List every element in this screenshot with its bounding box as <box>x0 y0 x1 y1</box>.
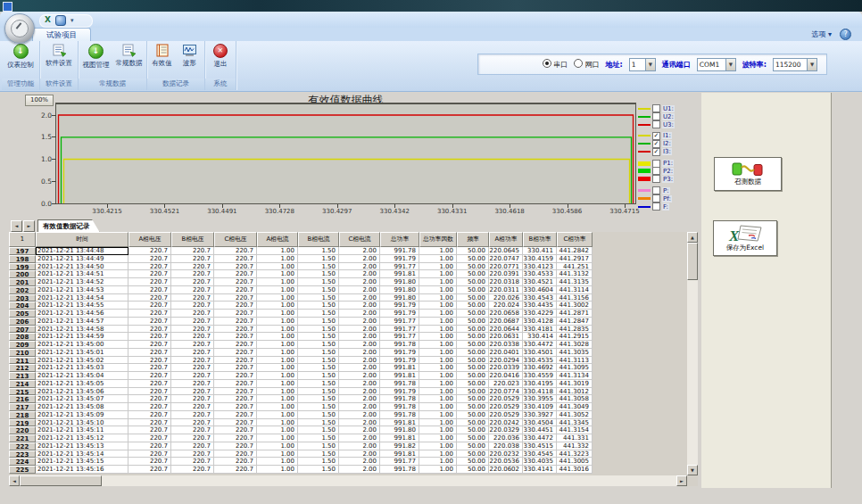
grid-cell[interactable]: 2021-12-21 13:44:52 <box>36 278 128 286</box>
grid-cell[interactable]: 220.7 <box>128 426 171 434</box>
grid-cell[interactable]: 50.00 <box>457 349 489 357</box>
grid-cell[interactable]: 220.7 <box>171 326 214 334</box>
grid-cell[interactable]: 220.7 <box>128 286 171 294</box>
grid-cell[interactable]: 330.4435 <box>523 302 557 310</box>
grid-cell[interactable]: 2021-12-21 13:45:16 <box>36 466 128 474</box>
grid-cell[interactable]: 220.7 <box>171 419 214 427</box>
row-number[interactable]: 198 <box>9 255 36 263</box>
grid-cell[interactable]: 441.3135 <box>557 278 593 286</box>
grid-cell[interactable]: 220.038 <box>489 442 523 450</box>
grid-cell[interactable]: 220.7 <box>214 442 257 450</box>
grid-cell[interactable]: 50.00 <box>457 364 489 372</box>
grid-cell[interactable]: 220.7 <box>171 286 214 294</box>
grid-cell[interactable]: 1.00 <box>419 466 457 474</box>
grid-cell[interactable]: 220.7 <box>128 380 171 388</box>
grid-cell[interactable]: 991.79 <box>380 302 419 310</box>
grid-cell[interactable]: 1.00 <box>419 372 457 380</box>
grid-cell[interactable]: 220.0232 <box>489 450 523 459</box>
baud-select[interactable]: 115200▼ <box>773 58 817 71</box>
grid-cell[interactable]: 991.78 <box>380 341 419 349</box>
grid-cell[interactable]: 991.79 <box>380 310 419 318</box>
grid-cell[interactable]: 441.3095 <box>557 364 593 372</box>
vertical-scroll-thumb[interactable] <box>687 243 698 280</box>
grid-cell[interactable]: 1.00 <box>257 442 298 450</box>
grid-cell[interactable]: 2.00 <box>339 458 380 466</box>
grid-cell[interactable]: 220.7 <box>214 372 257 380</box>
grid-cell[interactable]: 991.80 <box>380 286 419 294</box>
grid-cell[interactable]: 2021-12-21 13:45:13 <box>36 442 128 450</box>
grid-cell[interactable]: 330.4543 <box>523 294 557 302</box>
grid-cell[interactable]: 330.4123 <box>523 263 557 271</box>
grid-cell[interactable]: 220.7 <box>171 450 214 459</box>
grid-cell[interactable]: 2.00 <box>339 341 380 349</box>
grid-cell[interactable]: 50.00 <box>457 278 489 286</box>
grid-cell[interactable]: 991.81 <box>380 450 419 459</box>
row-number[interactable]: 209 <box>9 341 36 349</box>
grid-cell[interactable]: 2021-12-21 13:45:08 <box>36 403 128 411</box>
grid-cell[interactable]: 441.3058 <box>557 395 593 403</box>
grid-cell[interactable]: 2021-12-21 13:45:12 <box>36 434 128 442</box>
grid-cell[interactable]: 1.00 <box>257 333 298 341</box>
grid-cell[interactable]: 50.00 <box>457 419 489 427</box>
grid-cell[interactable]: 50.00 <box>457 357 489 365</box>
grid-cell[interactable]: 220.0644 <box>489 326 523 334</box>
grid-cell[interactable]: 330.4472 <box>523 434 557 442</box>
grid-cell[interactable]: 220.7 <box>214 310 257 318</box>
grid-cell[interactable]: 220.0631 <box>489 333 523 341</box>
grid-cell[interactable]: 220.7 <box>128 357 171 365</box>
grid-cell[interactable]: 220.7 <box>128 395 171 403</box>
grid-cell[interactable]: 441.3113 <box>557 357 593 365</box>
grid-cell[interactable]: 50.00 <box>457 302 489 310</box>
grid-cell[interactable]: 330.4515 <box>523 442 557 450</box>
grid-cell[interactable]: 2021-12-21 13:44:53 <box>36 286 128 294</box>
row-number[interactable]: 213 <box>9 372 36 380</box>
grid-cell[interactable]: 2.00 <box>339 450 380 459</box>
grid-cell[interactable]: 2.00 <box>339 247 380 255</box>
grid-cell[interactable]: 2021-12-21 13:44:56 <box>36 310 128 318</box>
grid-cell[interactable]: 220.0318 <box>489 278 523 286</box>
grid-cell[interactable]: 2.00 <box>339 333 380 341</box>
tab-test-project[interactable]: 试验项目 <box>32 28 91 42</box>
row-number[interactable]: 211 <box>9 357 36 365</box>
grid-cell[interactable]: 220.0416 <box>489 372 523 380</box>
row-number[interactable]: 221 <box>9 434 36 442</box>
serial-radio[interactable]: 串口 <box>543 59 568 70</box>
grid-cell[interactable]: 1.50 <box>298 286 339 294</box>
rms-value-button[interactable]: 有效值 <box>149 43 176 68</box>
grid-cell[interactable]: 2021-12-21 13:44:50 <box>36 263 128 271</box>
grid-cell[interactable]: 220.024 <box>489 302 523 310</box>
grid-cell[interactable]: 1.50 <box>298 380 339 388</box>
grid-cell[interactable]: 2.00 <box>339 270 380 278</box>
grid-cell[interactable]: 220.7 <box>214 341 257 349</box>
grid-cell[interactable]: 50.00 <box>457 403 489 411</box>
grid-cell[interactable]: 220.7 <box>171 395 214 403</box>
grid-cell[interactable]: 2021-12-21 13:44:57 <box>36 318 128 326</box>
grid-cell[interactable]: 220.7 <box>214 364 257 372</box>
grid-cell[interactable]: 991.80 <box>380 426 419 434</box>
legend-checkbox[interactable]: ✓ <box>652 140 660 148</box>
grid-cell[interactable]: 220.7 <box>171 403 214 411</box>
grid-cell[interactable]: 330.4229 <box>523 310 557 318</box>
row-number[interactable]: 206 <box>9 318 36 326</box>
grid-cell[interactable]: 1.50 <box>298 302 339 310</box>
grid-cell[interactable]: 330.4559 <box>523 372 557 380</box>
grid-cell[interactable]: 1.50 <box>298 255 339 263</box>
grid-cell[interactable]: 1.00 <box>419 388 457 396</box>
grid-cell[interactable]: 2.00 <box>339 255 380 263</box>
legend-checkbox[interactable] <box>652 186 660 194</box>
grid-cell[interactable]: 2021-12-21 13:44:54 <box>36 294 128 302</box>
grid-cell[interactable]: 50.00 <box>457 255 489 263</box>
grid-cell[interactable]: 220.7 <box>214 419 257 427</box>
grid-cell[interactable]: 330.4035 <box>523 458 557 466</box>
grid-cell[interactable]: 2.00 <box>339 349 380 357</box>
grid-cell[interactable]: 441.2915 <box>557 333 593 341</box>
qat-dropdown-caret-icon[interactable]: ▾ <box>70 17 74 24</box>
row-number[interactable]: 224 <box>9 458 36 466</box>
grid-cell[interactable]: 2.00 <box>339 388 380 396</box>
grid-cell[interactable]: 220.7 <box>128 326 171 334</box>
grid-cell[interactable]: 1.00 <box>419 450 457 459</box>
grid-cell[interactable]: 220.7 <box>171 380 214 388</box>
grid-cell[interactable]: 220.7 <box>171 458 214 466</box>
grid-cell[interactable]: 220.7 <box>214 333 257 341</box>
grid-cell[interactable]: 1.00 <box>419 270 457 278</box>
